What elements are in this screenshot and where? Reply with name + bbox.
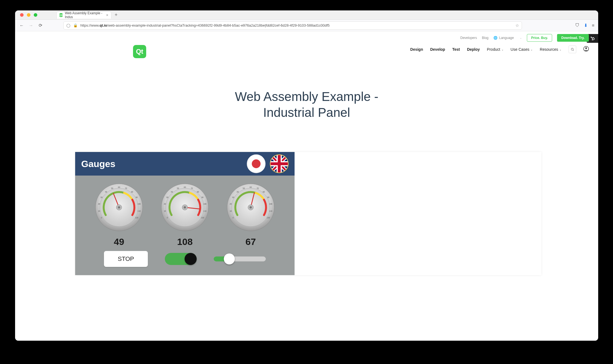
address-bar[interactable]: ◯ 🔒 https://www.qt.io/web-assembly-examp… <box>63 21 522 30</box>
chevron-down-icon: ⌄ <box>530 48 533 51</box>
svg-text:120: 120 <box>267 217 270 219</box>
toolbar-right-tools: ⛉ ⬇ ≡ <box>575 23 594 28</box>
chevron-down-icon: ⌄ <box>520 36 522 39</box>
gauge-1: 0102030405060708090100110120 <box>94 183 144 232</box>
slider-handle[interactable] <box>224 253 235 264</box>
svg-text:40: 40 <box>105 191 107 193</box>
svg-text:0: 0 <box>233 217 234 219</box>
svg-text:70: 70 <box>191 187 193 189</box>
lock-icon: 🔒 <box>73 23 78 27</box>
main-nav: Design Develop Test Deploy Product ⌄ Use… <box>410 46 589 53</box>
gauge-column-2: 0102030405060708090100110120 108 <box>160 183 210 247</box>
bookmark-icon[interactable]: ☆ <box>515 23 519 28</box>
nav-developers[interactable]: Developers <box>460 36 477 40</box>
back-button[interactable]: ← <box>19 23 24 28</box>
tab-favicon: Qt <box>60 13 63 17</box>
browser-tab[interactable]: Qt Web Assembly Example - Indus × <box>57 12 111 19</box>
svg-text:120: 120 <box>201 217 204 219</box>
svg-text:80: 80 <box>197 191 199 193</box>
downloads-icon[interactable]: ⬇ <box>584 23 587 28</box>
url-text: https://www.qt.io/web-assembly-example-i… <box>80 23 513 27</box>
svg-text:100: 100 <box>203 203 207 205</box>
new-tab-button[interactable]: + <box>115 12 118 18</box>
nav-usecases-label: Use Cases <box>511 47 529 52</box>
slider[interactable] <box>214 256 266 261</box>
minimize-window-button[interactable] <box>27 13 30 17</box>
toggle-switch[interactable] <box>165 253 197 265</box>
svg-text:40: 40 <box>237 191 239 193</box>
reload-button[interactable]: ⟳ <box>38 23 43 28</box>
stop-button[interactable]: STOP <box>104 251 148 267</box>
svg-line-6 <box>573 50 574 51</box>
nav-deploy[interactable]: Deploy <box>467 47 480 52</box>
page-title: Web Assembly Example - Industrial Panel <box>15 89 598 120</box>
svg-text:20: 20 <box>98 203 100 205</box>
utility-nav: Developers Blog 🌐 Language ⌄ Price. Buy.… <box>460 34 589 42</box>
maximize-window-button[interactable] <box>34 13 37 17</box>
uk-flag-icon <box>270 155 288 173</box>
chevron-down-icon: ⌄ <box>501 48 504 51</box>
svg-point-5 <box>571 48 573 50</box>
nav-resources[interactable]: Resources ⌄ <box>540 47 561 52</box>
panel-header: Gauges <box>75 152 295 176</box>
svg-line-2 <box>592 38 593 38</box>
tab-close-icon[interactable]: × <box>106 13 108 17</box>
shield-icon: ◯ <box>66 23 70 27</box>
nav-develop[interactable]: Develop <box>430 47 445 52</box>
svg-text:100: 100 <box>269 203 272 205</box>
language-selector[interactable]: 🌐 Language ⌄ <box>493 36 522 40</box>
svg-point-28 <box>118 206 120 208</box>
toggle-knob <box>185 253 197 265</box>
controls-row: STOP <box>104 251 266 267</box>
nav-design[interactable]: Design <box>410 47 423 52</box>
svg-text:70: 70 <box>125 187 127 189</box>
gauge-3: 0102030405060708090100110120 <box>226 183 275 232</box>
extensions-icon[interactable]: ≡ <box>592 23 594 28</box>
nav-resources-label: Resources <box>540 47 558 52</box>
window-controls <box>20 13 37 17</box>
search-icon <box>571 48 574 51</box>
forward-button[interactable]: → <box>28 23 34 28</box>
flag-uk[interactable] <box>270 154 289 173</box>
nav-product[interactable]: Product ⌄ <box>487 47 503 52</box>
svg-text:20: 20 <box>164 203 166 205</box>
url-prefix: https://www. <box>80 23 100 27</box>
page-title-line2: Industrial Panel <box>263 105 350 120</box>
nav-product-label: Product <box>487 47 500 52</box>
nav-test[interactable]: Test <box>452 47 460 52</box>
flag-japan[interactable] <box>247 154 265 173</box>
price-buy-button[interactable]: Price. Buy. <box>527 34 552 42</box>
svg-text:60: 60 <box>118 186 120 188</box>
panel-title: Gauges <box>81 159 115 169</box>
account-button[interactable] <box>583 46 589 53</box>
flag-selector <box>247 154 289 173</box>
svg-text:80: 80 <box>263 191 265 193</box>
language-label: Language <box>499 36 514 40</box>
page-viewport: Developers Blog 🌐 Language ⌄ Price. Buy.… <box>15 31 598 341</box>
qt-logo[interactable]: Qt <box>133 45 146 58</box>
search-button[interactable] <box>569 46 576 53</box>
nav-usecases[interactable]: Use Cases ⌄ <box>511 47 533 52</box>
pocket-icon[interactable]: ⛉ <box>575 23 580 28</box>
globe-icon: 🌐 <box>493 36 498 40</box>
url-path: /web-assembly-example-industrial-panel?h… <box>107 23 330 27</box>
browser-window: Qt Web Assembly Example - Indus × + ← → … <box>15 10 598 341</box>
gauge-column-3: 0102030405060708090100110120 67 <box>226 183 275 247</box>
chevron-down-icon: ⌄ <box>559 48 561 51</box>
svg-line-4 <box>592 40 593 40</box>
japan-flag-icon <box>252 159 261 168</box>
svg-text:10: 10 <box>164 210 166 212</box>
svg-text:70: 70 <box>256 187 259 189</box>
gauge-3-value: 67 <box>245 236 256 247</box>
gauges-row: 0102030405060708090100110120 49 <box>94 183 275 247</box>
svg-text:10: 10 <box>98 210 100 212</box>
qt-logo-text: Qt <box>136 48 143 55</box>
svg-text:30: 30 <box>100 196 103 198</box>
nav-blog[interactable]: Blog <box>482 36 488 40</box>
svg-text:50: 50 <box>111 187 113 189</box>
svg-text:50: 50 <box>243 187 245 189</box>
download-try-button[interactable]: Download. Try. <box>557 34 589 42</box>
close-window-button[interactable] <box>20 13 24 17</box>
svg-text:20: 20 <box>230 203 232 205</box>
tab-title: Web Assembly Example - Indus <box>65 11 103 19</box>
